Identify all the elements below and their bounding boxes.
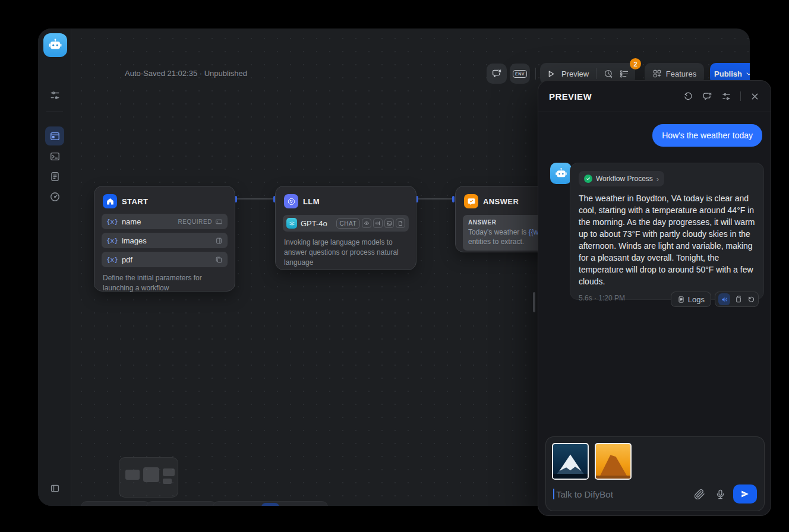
start-node-description: Define the initial parameters for launch… <box>103 273 226 293</box>
preview-run-label[interactable]: Preview <box>561 69 589 78</box>
minimap-node <box>125 470 140 480</box>
bot-message-text: The weather in Boydton, VA today is clea… <box>579 192 755 287</box>
change-history-button[interactable] <box>195 503 213 506</box>
env-icon: ENV <box>513 70 527 78</box>
preview-title: PREVIEW <box>549 91 592 102</box>
image-capability-icon <box>384 218 394 228</box>
redo-button[interactable] <box>169 503 187 506</box>
text-input-icon <box>215 218 223 226</box>
microphone-icon[interactable] <box>715 489 726 500</box>
sidebar-item-monitoring[interactable] <box>45 187 64 206</box>
robot-icon <box>554 167 568 180</box>
zoom-out-button[interactable] <box>85 503 103 506</box>
panel-resize-handle[interactable] <box>533 292 535 312</box>
message-tools <box>715 292 759 307</box>
environment-variables-button[interactable]: ENV <box>510 64 530 84</box>
message-meta: 5.6s · 1:20 PM <box>579 294 625 302</box>
thumbnail-art <box>596 453 630 476</box>
file-field-icon <box>215 237 223 245</box>
chevron-down-icon <box>745 70 750 78</box>
sidebar-item-orchestrate[interactable] <box>45 126 64 145</box>
variable-token: {x} <box>106 218 118 226</box>
sidebar-item-logs[interactable] <box>45 167 64 186</box>
checklist-icon[interactable] <box>619 69 629 79</box>
document-list-icon <box>49 171 61 182</box>
hand-tool-button[interactable] <box>280 503 298 506</box>
minimap-node <box>143 467 159 482</box>
play-icon[interactable] <box>546 69 556 79</box>
files-icon <box>215 256 223 264</box>
audio-capability-icon <box>373 218 383 228</box>
thumbnail-art <box>553 454 588 471</box>
answer-icon <box>464 194 478 208</box>
required-badge: REQUIRED <box>178 218 212 225</box>
toolbar-divider <box>535 68 536 80</box>
start-node-title: START <box>122 197 148 206</box>
sliders-icon <box>49 90 61 101</box>
logs-button[interactable]: Logs <box>671 292 711 307</box>
node-start[interactable]: START {x} name REQUIRED {x} images {x} p… <box>94 186 235 292</box>
organize-nodes-button[interactable] <box>306 503 324 506</box>
undo-redo-controls <box>146 501 217 506</box>
answer-input-port[interactable] <box>452 196 455 202</box>
start-field-pdf: {x} pdf <box>102 252 228 267</box>
send-button[interactable] <box>733 484 757 504</box>
variable-token: {x} <box>106 237 118 245</box>
close-icon[interactable] <box>750 91 760 102</box>
llm-node-title: LLM <box>303 197 320 206</box>
field-name: images <box>122 236 147 245</box>
left-sidebar <box>38 28 71 506</box>
attached-image-fuji[interactable] <box>552 443 589 480</box>
attach-file-icon[interactable] <box>694 489 705 500</box>
sidebar-item-terminal[interactable] <box>45 147 64 166</box>
preview-panel: PREVIEW How's the weather today Workflow… <box>538 80 771 516</box>
node-llm[interactable]: LLM GPT-4o CHAT Invoking large language … <box>275 186 416 270</box>
chevron-right-icon: › <box>657 175 659 183</box>
preview-header: PREVIEW <box>538 81 771 112</box>
llm-model-row: GPT-4o CHAT <box>283 215 409 232</box>
checklist-badge: 2 <box>630 58 641 69</box>
answer-variable: {{w <box>529 228 539 236</box>
workflow-process-toggle[interactable]: Workflow Process › <box>579 171 664 186</box>
bot-avatar <box>550 163 572 184</box>
chat-x-icon[interactable] <box>702 91 712 102</box>
text-caret <box>553 489 554 499</box>
zoom-in-button[interactable] <box>128 503 146 506</box>
model-name: GPT-4o <box>301 219 327 228</box>
collapse-sidebar-button[interactable] <box>45 479 64 498</box>
attached-image-sunset[interactable] <box>595 443 632 480</box>
send-icon <box>740 489 750 499</box>
minimap-node <box>163 468 175 476</box>
canvas-minimap[interactable] <box>119 457 178 498</box>
user-message-bubble: How's the weather today <box>652 124 762 147</box>
llm-icon <box>284 194 298 208</box>
copy-icon[interactable] <box>734 295 743 303</box>
app-logo[interactable] <box>43 33 67 57</box>
add-note-button[interactable] <box>236 503 254 506</box>
chat-input[interactable] <box>556 489 694 499</box>
home-icon <box>103 194 117 208</box>
add-node-button[interactable] <box>217 503 235 506</box>
conversation-settings-icon[interactable] <box>721 91 731 102</box>
terminal-icon <box>49 151 61 162</box>
publish-label: Publish <box>714 69 742 78</box>
message-actions: Logs <box>671 292 759 307</box>
undo-button[interactable] <box>150 503 168 506</box>
annotation-button[interactable] <box>487 64 507 84</box>
speaker-icon <box>721 296 728 303</box>
restart-conversation-icon[interactable] <box>683 91 693 102</box>
window-icon <box>49 131 61 142</box>
workflow-settings-button[interactable] <box>45 86 64 104</box>
canvas-tools <box>213 501 328 506</box>
thumbnail-art <box>596 476 630 479</box>
features-icon <box>652 69 662 78</box>
text-to-speech-button[interactable] <box>718 293 730 305</box>
group-divider <box>596 68 597 79</box>
header-divider <box>740 91 741 101</box>
regenerate-icon[interactable] <box>747 295 755 303</box>
pointer-tool-button[interactable] <box>261 503 279 506</box>
run-history-icon[interactable] <box>604 69 614 79</box>
edge-llm-answer <box>418 198 455 200</box>
start-node-header: START <box>94 186 235 214</box>
autosave-status: Auto-Saved 21:02:35 · Unpublished <box>125 69 247 78</box>
